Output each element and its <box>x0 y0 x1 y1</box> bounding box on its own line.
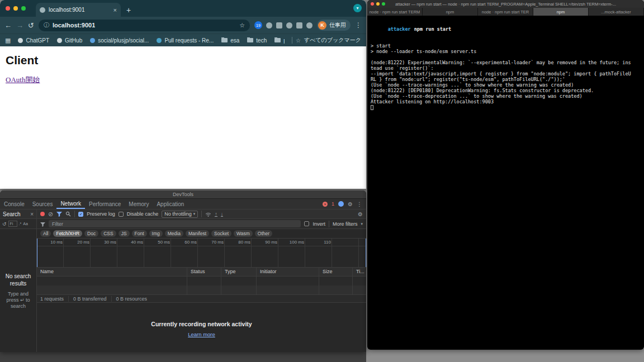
apps-grid-icon[interactable]: ▦ <box>5 37 11 44</box>
network-column-header[interactable]: Name <box>37 268 187 276</box>
devtools-window-title: DevTools <box>173 192 193 197</box>
learn-more-link[interactable]: Learn more <box>188 331 215 337</box>
close-button[interactable] <box>6 6 10 11</box>
terminal-tab[interactable]: npm <box>423 8 478 16</box>
disable-cache-label[interactable]: Disable cache <box>127 211 159 217</box>
extension-badge-icon[interactable]: 19 <box>254 21 262 29</box>
back-icon[interactable]: ← <box>4 22 12 29</box>
oauth-start-link[interactable]: OAuth開始 <box>6 75 40 85</box>
search-panel-toolbar: ↺ Fi .* Aa <box>0 219 36 229</box>
close-search-panel-icon[interactable]: × <box>30 211 34 217</box>
tab-close-icon[interactable]: × <box>113 7 117 13</box>
all-bookmarks[interactable]: ☆ すべてのブックマーク <box>292 36 361 44</box>
devtools-panel-tab[interactable]: Network <box>56 199 85 209</box>
browser-tab[interactable]: localhost:9001 × <box>36 3 121 17</box>
clear-network-log-icon[interactable]: ⊘ <box>48 211 53 217</box>
devtools-toolbar-right: × 1 ⚙ ⋮ <box>323 199 366 209</box>
terminal-tab[interactable]: npm <box>533 8 589 16</box>
network-filter-input[interactable]: Filter <box>49 220 301 227</box>
address-bar[interactable]: ⓘ localhost:9001 ☆ <box>39 20 250 31</box>
devtools-panel-tab[interactable]: Performance <box>85 199 125 209</box>
bookmark-item[interactable]: ChatGPT <box>18 37 49 44</box>
network-overview-timeline[interactable]: 10 ms 20 ms 30 ms 40 ms 50 ms 60 ms 70 m… <box>37 239 366 268</box>
record-network-log-button[interactable] <box>40 212 45 216</box>
refresh-search-icon[interactable]: ↺ <box>2 221 7 227</box>
devtools-panel-tab[interactable]: Console <box>0 199 29 209</box>
network-filter-chip[interactable]: Other <box>255 230 272 237</box>
network-filter-chip[interactable]: All <box>40 230 51 237</box>
network-settings-gear-icon[interactable]: ⚙ <box>358 211 363 217</box>
tab-strip-chevron-button[interactable]: ▾ <box>353 4 362 12</box>
browser-menu-icon[interactable]: ⋮ <box>355 21 362 29</box>
extension-icon[interactable] <box>296 22 302 28</box>
network-column-header[interactable]: Size <box>319 268 353 276</box>
import-har-icon[interactable]: ↑ <box>215 212 217 217</box>
export-har-icon[interactable]: ↓ <box>221 212 224 217</box>
settings-gear-icon[interactable]: ⚙ <box>348 201 353 207</box>
profile-chip[interactable]: K 仕事用 <box>317 20 351 31</box>
preserve-log-checkbox[interactable]: ✓ <box>78 212 83 217</box>
reload-icon[interactable]: ↺ <box>28 22 34 29</box>
network-filter-chip[interactable]: Fetch/XHR <box>53 230 82 237</box>
preserve-log-label[interactable]: Preserve log <box>87 211 115 217</box>
extension-icon[interactable] <box>286 22 292 28</box>
extension-icon[interactable] <box>266 22 272 28</box>
match-case-toggle[interactable]: Aa <box>23 222 28 226</box>
bookmark-star-icon[interactable]: ☆ <box>239 22 245 29</box>
terminal-tab[interactable]: node · npm run start TER <box>478 8 533 16</box>
regex-toggle[interactable]: .* <box>19 222 22 226</box>
extension-icon[interactable] <box>276 22 282 28</box>
devtools-menu-icon[interactable]: ⋮ <box>357 201 362 207</box>
bookmark-item[interactable]: Pull requests - Re... <box>157 37 214 44</box>
filter-icon[interactable] <box>56 209 62 219</box>
terminal-tab[interactable]: node · npm run start TERM <box>367 8 423 16</box>
network-filter-chip[interactable]: CSS <box>101 230 116 237</box>
network-filter-chip[interactable]: Media <box>165 230 183 237</box>
network-filter-chip[interactable]: JS <box>119 230 130 237</box>
devtools-panel-tab[interactable]: Memory <box>125 199 153 209</box>
throttling-select[interactable]: No throttling ▾ <box>162 211 198 218</box>
zoom-button[interactable] <box>382 2 385 6</box>
extension-icon[interactable] <box>306 22 312 28</box>
network-column-header[interactable]: Status <box>187 268 221 276</box>
network-column-header[interactable]: Type <box>221 268 257 276</box>
network-filter-chip[interactable]: Socket <box>211 230 231 237</box>
issues-count-icon[interactable] <box>338 201 344 207</box>
terminal-tab[interactable]: ...mock-attacker <box>589 8 644 16</box>
close-button[interactable] <box>371 2 374 6</box>
new-tab-button[interactable]: + <box>126 6 131 15</box>
bookmark-favicon <box>247 38 253 42</box>
network-column-header[interactable]: Ti... <box>353 268 366 276</box>
bookmark-item[interactable]: tech <box>247 37 267 44</box>
bookmark-item[interactable]: esa <box>221 37 239 44</box>
bookmark-favicon <box>221 38 228 42</box>
minimize-button[interactable] <box>376 2 380 6</box>
network-filter-chip[interactable]: Manifest <box>186 230 209 237</box>
invert-label[interactable]: Invert <box>312 221 325 227</box>
bookmark-item[interactable]: GitHub <box>57 37 82 44</box>
minimize-button[interactable] <box>13 6 18 11</box>
network-filter-chip[interactable]: Doc <box>84 230 98 237</box>
zoom-button[interactable] <box>21 6 26 11</box>
search-icon[interactable] <box>65 209 71 219</box>
network-filter-chip[interactable]: Wasm <box>234 230 253 237</box>
devtools-panel-tab[interactable]: Application <box>153 199 188 209</box>
forward-icon[interactable]: → <box>16 22 23 29</box>
network-conditions-icon[interactable] <box>205 209 211 219</box>
network-column-header[interactable]: Initiator <box>257 268 319 276</box>
bookmark-label: ChatGPT <box>26 37 49 44</box>
bookmark-item[interactable]: platforms <box>274 37 285 44</box>
devtools-panel-tab[interactable]: Sources <box>29 199 57 209</box>
error-count-badge: 1 <box>332 201 334 207</box>
invert-checkbox[interactable] <box>304 221 309 226</box>
disable-cache-checkbox[interactable] <box>119 212 124 217</box>
site-info-icon[interactable]: ⓘ <box>44 21 49 29</box>
network-panel: ⊘ ✓ Preserve log Disable cache No thrott… <box>37 209 366 352</box>
network-filter-chip[interactable]: Img <box>149 230 163 237</box>
error-icon[interactable]: × <box>323 202 328 207</box>
search-input[interactable]: Fi <box>8 221 17 227</box>
more-filters-label[interactable]: More filters <box>333 221 358 227</box>
network-filter-chip[interactable]: Font <box>132 230 147 237</box>
bookmark-item[interactable]: social/plusjp/social... <box>90 37 149 44</box>
terminal-output[interactable]: attackernpm run start > start > node --l… <box>367 16 644 115</box>
